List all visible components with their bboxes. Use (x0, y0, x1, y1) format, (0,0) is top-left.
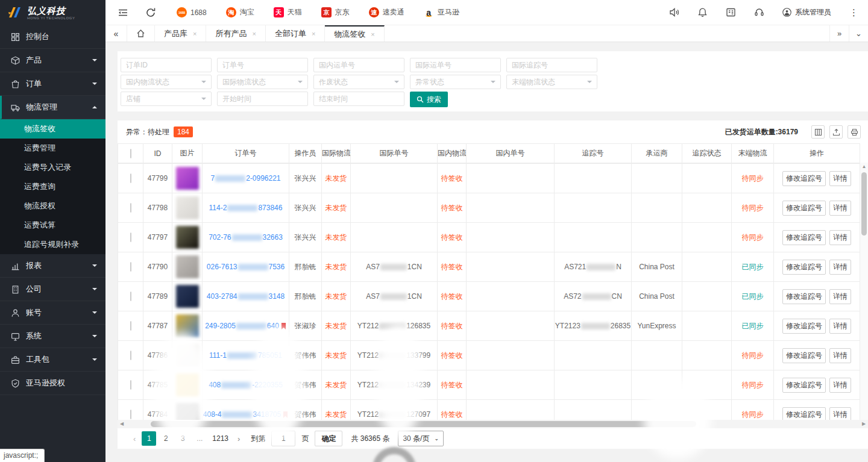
page-number[interactable]: 3 (175, 431, 190, 446)
row-checkbox[interactable] (130, 173, 131, 183)
sidebar-subitem-tracking-rule-supplement[interactable]: 追踪号规则补录 (0, 235, 105, 254)
sidebar-item-toolbox[interactable]: 工具包 (0, 348, 105, 372)
sidebar-subitem-logistics-signoff[interactable]: 物流签收 (0, 119, 105, 139)
sidebar-item-amazon-auth[interactable]: 亚马逊授权 (0, 372, 105, 395)
row-checkbox[interactable] (130, 233, 131, 242)
tab-menu-icon[interactable]: ⌄ (849, 25, 868, 42)
page-number[interactable]: 1 (142, 431, 156, 446)
search-button[interactable]: 搜索 (410, 92, 448, 107)
sidebar-subitem-freight-management[interactable]: 运费管理 (0, 139, 105, 158)
marketplace-link-aliexpress[interactable]: 速速卖通 (369, 7, 404, 17)
edit-tracking-button[interactable]: 修改追踪号 (782, 230, 826, 245)
row-checkbox[interactable] (130, 321, 131, 331)
tab-home[interactable] (127, 25, 155, 42)
detail-button[interactable]: 详情 (829, 260, 851, 275)
detail-button[interactable]: 详情 (829, 348, 851, 363)
tab-all-products[interactable]: 所有产品× (206, 25, 265, 42)
edit-tracking-button[interactable]: 修改追踪号 (782, 319, 826, 334)
per-page-select[interactable]: 30 条/页 ⌄ (398, 431, 444, 446)
detail-button[interactable]: 详情 (829, 319, 851, 334)
sidebar-subitem-freight-import-records[interactable]: 运费导入记录 (0, 158, 105, 177)
more-icon[interactable]: ⋮ (849, 7, 858, 18)
edit-tracking-button[interactable]: 修改追踪号 (782, 201, 826, 216)
confirm-button[interactable]: 确定 (315, 431, 342, 446)
horizontal-scrollbar[interactable]: ◀ ▶ (118, 420, 868, 428)
edit-tracking-button[interactable]: 修改追踪号 (782, 407, 826, 421)
order-no-input[interactable] (217, 58, 308, 72)
last-mile-status-select[interactable]: 末端物流状态 (506, 75, 597, 89)
close-icon[interactable]: × (371, 31, 374, 38)
marketplace-link-amazon[interactable]: a亚马逊 (424, 7, 459, 17)
prev-page-icon[interactable]: ‹ (130, 434, 139, 443)
refresh-icon[interactable] (145, 7, 156, 18)
tab-logistics-signoff[interactable]: 物流签收× (325, 25, 384, 42)
order-link[interactable]: 111-1785051 (209, 351, 282, 360)
bell-icon[interactable] (697, 7, 708, 17)
detail-button[interactable]: 详情 (829, 378, 851, 393)
row-checkbox[interactable] (130, 262, 131, 272)
order-link[interactable]: 249-2805640 (205, 322, 279, 330)
domestic-logistics-status-select[interactable]: 国内物流状态 (121, 75, 212, 89)
sidebar-subitem-logistics-auth[interactable]: 物流授权 (0, 196, 105, 216)
edit-tracking-button[interactable]: 修改追踪号 (782, 260, 826, 275)
sidebar-item-products[interactable]: 产品 (0, 49, 105, 72)
order-link[interactable]: 702-7632663 (209, 233, 283, 242)
export-button[interactable] (829, 125, 843, 139)
intl-waybill-input[interactable] (410, 58, 501, 72)
row-checkbox[interactable] (130, 292, 131, 301)
row-checkbox[interactable] (130, 203, 131, 213)
row-checkbox[interactable] (130, 351, 131, 360)
tab-all-orders[interactable]: 全部订单× (266, 25, 325, 42)
close-icon[interactable]: × (193, 30, 197, 37)
order-link[interactable]: 408-2220355 (209, 381, 283, 389)
horizontal-scrollbar-thumb[interactable] (151, 421, 696, 427)
sidebar-item-orders[interactable]: 订单 (0, 72, 105, 96)
detail-button[interactable]: 详情 (829, 230, 851, 245)
edit-tracking-button[interactable]: 修改追踪号 (782, 378, 826, 393)
order-link[interactable]: 72-0996221 (210, 174, 280, 183)
detail-button[interactable]: 详情 (829, 201, 851, 216)
page-number[interactable]: 1213 (209, 431, 231, 446)
detail-button[interactable]: 详情 (829, 289, 851, 304)
collapse-tabs-icon[interactable]: « (105, 25, 127, 42)
edit-tracking-button[interactable]: 修改追踪号 (782, 348, 826, 363)
vertical-scrollbar-thumb[interactable] (861, 172, 867, 236)
domestic-waybill-input[interactable] (313, 58, 404, 72)
kanban-icon[interactable] (726, 7, 736, 17)
sidebar-item-system[interactable]: 系统 (0, 325, 105, 348)
void-status-select[interactable]: 作废状态 (313, 75, 404, 89)
page-number[interactable]: 2 (159, 431, 173, 446)
toggle-sidebar-icon[interactable] (118, 7, 128, 18)
vertical-scrollbar[interactable]: ▲ (860, 163, 868, 420)
edit-tracking-button[interactable]: 修改追踪号 (782, 171, 826, 186)
sidebar-item-company[interactable]: 公司 (0, 278, 105, 301)
service-icon[interactable] (754, 7, 764, 17)
sidebar-item-logistics[interactable]: 物流管理 (0, 96, 105, 119)
marketplace-link-jd[interactable]: 京京东 (321, 7, 350, 17)
intl-logistics-status-select[interactable]: 国际物流状态 (217, 75, 308, 89)
order-link[interactable]: 403-27843148 (207, 292, 285, 301)
user-menu[interactable]: 系统管理员 (782, 7, 831, 17)
sidebar-subitem-freight-trial[interactable]: 运费试算 (0, 216, 105, 235)
scroll-up-icon[interactable]: ▲ (860, 163, 868, 170)
exception-status-select[interactable]: 异常状态 (410, 75, 501, 89)
columns-button[interactable] (811, 125, 825, 139)
pending-count-badge[interactable]: 184 (174, 126, 193, 137)
order-link[interactable]: 026-76137536 (207, 263, 285, 271)
close-icon[interactable]: × (312, 30, 315, 37)
goto-page-input[interactable] (271, 431, 295, 446)
sidebar-item-accounts[interactable]: 账号 (0, 301, 105, 325)
next-page-icon[interactable]: › (234, 434, 244, 443)
shop-select[interactable]: 店铺 (121, 92, 212, 106)
select-all-checkbox[interactable] (130, 149, 131, 158)
start-time-input[interactable] (217, 92, 308, 106)
marketplace-link-taobao[interactable]: 淘淘宝 (226, 7, 254, 17)
marketplace-link-m1688[interactable]: 16881688 (177, 7, 207, 17)
expand-tabs-icon[interactable]: » (829, 25, 849, 42)
end-time-input[interactable] (313, 92, 404, 106)
sidebar-subitem-freight-query[interactable]: 运费查询 (0, 177, 105, 196)
order-link[interactable]: 408-43418705 (203, 410, 281, 419)
sidebar-item-reports[interactable]: 报表 (0, 254, 105, 278)
print-button[interactable] (848, 125, 861, 139)
intl-tracking-input[interactable] (506, 58, 597, 72)
